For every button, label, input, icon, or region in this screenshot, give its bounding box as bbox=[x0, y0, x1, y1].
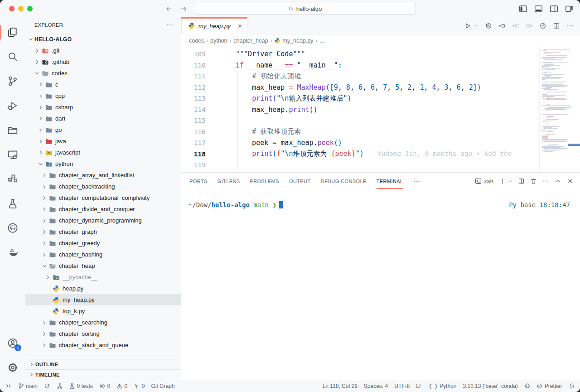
code-line-112[interactable]: 112 max_heap = MaxHeap([9, 8, 6, 6, 7, 5… bbox=[181, 82, 539, 93]
code-line-115[interactable]: 115 bbox=[181, 115, 539, 126]
code-line-117[interactable]: 117 peek = max_heap.peek() bbox=[181, 137, 539, 149]
gitlens-blame-button[interactable] bbox=[539, 22, 546, 29]
tree-item-python[interactable]: python bbox=[25, 158, 181, 169]
tree-item-cpp[interactable]: cpp bbox=[25, 90, 181, 102]
go-back-button[interactable] bbox=[165, 5, 173, 13]
chevron-right-icon[interactable] bbox=[44, 274, 52, 281]
panel-tab-problems[interactable]: PROBLEMS bbox=[250, 174, 279, 189]
breadcrumb-item[interactable]: ... bbox=[319, 38, 324, 44]
more-actions-button[interactable] bbox=[566, 22, 574, 29]
tree-item-.git[interactable]: .git bbox=[25, 45, 181, 56]
tree-item-my_heap.py[interactable]: my_heap.py bbox=[25, 294, 181, 305]
more-button[interactable] bbox=[542, 178, 549, 184]
chevron-right-icon[interactable] bbox=[41, 172, 48, 179]
activity-item-project-manager[interactable] bbox=[0, 118, 25, 142]
chevron-right-icon[interactable] bbox=[34, 59, 41, 65]
open-changes-button[interactable] bbox=[498, 22, 506, 29]
chevron-right-icon[interactable] bbox=[37, 93, 44, 99]
code-line-116[interactable]: 116 # 获取堆顶元素 bbox=[181, 126, 539, 138]
minimize-window-button[interactable] bbox=[18, 6, 24, 11]
chevron-down-icon[interactable] bbox=[41, 263, 48, 269]
code-line-114[interactable]: 114 max_heap.print() bbox=[181, 104, 539, 116]
code-line-111[interactable]: 111 # 初始化大顶堆 bbox=[181, 71, 539, 82]
layout-custom-icon[interactable] bbox=[565, 5, 574, 13]
chevron-right-icon[interactable] bbox=[41, 229, 48, 235]
tree-item-__pycache__[interactable]: __pycache__ bbox=[25, 271, 181, 283]
close-window-button[interactable] bbox=[9, 6, 14, 11]
chevron-right-icon[interactable] bbox=[41, 240, 48, 247]
split-editor-button[interactable] bbox=[553, 22, 560, 29]
layout-bottom-icon[interactable] bbox=[534, 5, 543, 13]
sidebar-more-actions[interactable] bbox=[166, 21, 174, 29]
tree-item-chapter_greedy[interactable]: chapter_greedy bbox=[25, 237, 181, 249]
tree-item-chapter_hashing[interactable]: chapter_hashing bbox=[25, 249, 181, 260]
panel-tab-debug-console[interactable]: DEBUG CONSOLE bbox=[321, 174, 367, 189]
panel-tab-output[interactable]: OUTPUT bbox=[289, 174, 311, 189]
breadcrumb-item[interactable]: codes bbox=[189, 38, 204, 44]
panel-tab-terminal[interactable]: TERMINAL bbox=[377, 174, 403, 189]
code-line-110[interactable]: 110if __name__ == "__main__": bbox=[181, 60, 539, 71]
previous-change-button[interactable] bbox=[512, 22, 519, 29]
terminal-view[interactable]: ~/Dow/hello-algo main ❯ Py base 18:18:47 bbox=[181, 189, 580, 380]
code-editor[interactable]: 109"""Driver Code"""110if __name__ == "_… bbox=[181, 47, 580, 172]
layout-left-icon[interactable] bbox=[519, 5, 527, 13]
panel-tab-gitlens[interactable]: GITLENS bbox=[218, 174, 240, 189]
status-warnings[interactable]: 0 bbox=[116, 383, 127, 389]
status-ports[interactable]: 0 bbox=[134, 383, 145, 389]
tree-item-chapter_backtracking[interactable]: chapter_backtracking bbox=[25, 181, 181, 192]
run-dropdown-button[interactable] bbox=[478, 24, 478, 28]
breadcrumb-item[interactable]: my_heap.py bbox=[274, 38, 313, 44]
go-forward-button[interactable] bbox=[180, 5, 188, 13]
panel-more-tabs[interactable] bbox=[413, 178, 420, 185]
status-git-graph[interactable]: Git Graph bbox=[151, 383, 174, 389]
launch-profile-dropdown-button[interactable] bbox=[511, 179, 512, 184]
chevron-right-icon[interactable] bbox=[41, 195, 48, 201]
tree-item-hello-algo[interactable]: HELLO-ALGO bbox=[25, 34, 181, 45]
command-center-search[interactable]: hello-algo bbox=[194, 3, 416, 15]
outline-section[interactable]: OUTLINE bbox=[25, 359, 181, 369]
chevron-right-icon[interactable] bbox=[37, 150, 44, 156]
activity-item-search[interactable] bbox=[0, 44, 25, 69]
status-python-interpreter[interactable]: 3.10.13 ('base': conda) bbox=[463, 383, 517, 389]
status-encoding[interactable]: UTF-8 bbox=[394, 383, 410, 389]
chevron-right-icon[interactable] bbox=[37, 82, 44, 88]
chevron-down-icon[interactable] bbox=[27, 36, 34, 43]
tree-item-chapter_array_and_linkedlist[interactable]: chapter_array_and_linkedlist bbox=[25, 169, 181, 181]
activity-item-extensions[interactable] bbox=[0, 167, 25, 191]
panel-tab-ports[interactable]: PORTS bbox=[189, 174, 208, 189]
tree-item-chapter_sorting[interactable]: chapter_sorting bbox=[25, 328, 181, 339]
tree-item-chapter_divide_and_conquer[interactable]: chapter_divide_and_conquer bbox=[25, 203, 181, 215]
status-git-fork[interactable] bbox=[57, 383, 63, 389]
chevron-right-icon[interactable] bbox=[41, 342, 48, 348]
tree-item-codes[interactable]: codes bbox=[25, 68, 181, 79]
run-button[interactable] bbox=[464, 22, 471, 29]
terminal-profile[interactable]: zsh bbox=[475, 178, 493, 184]
status-copilot[interactable] bbox=[524, 383, 531, 389]
activity-item-docker[interactable] bbox=[0, 240, 25, 265]
activity-item-settings[interactable] bbox=[0, 355, 25, 380]
chevron-right-icon[interactable] bbox=[37, 104, 44, 111]
tree-item-java[interactable]: java bbox=[25, 136, 181, 147]
maximize-panel-button[interactable] bbox=[555, 178, 561, 184]
code-line-118[interactable]: 118 print(f"\n堆顶元素为 {peek}")Yudong Jin, … bbox=[181, 149, 539, 160]
chevron-down-icon[interactable] bbox=[34, 70, 41, 77]
status-eol[interactable]: LF bbox=[416, 383, 422, 389]
chevron-right-icon[interactable] bbox=[41, 218, 48, 224]
close-tab-icon[interactable] bbox=[237, 24, 242, 29]
split-terminal-button[interactable] bbox=[518, 178, 525, 184]
timeline-section[interactable]: TIMELINE bbox=[25, 369, 181, 380]
activity-item-remote-explorer[interactable] bbox=[0, 142, 25, 167]
status-sync[interactable] bbox=[44, 383, 50, 389]
activity-item-accounts[interactable]: 1 bbox=[0, 331, 25, 355]
activity-item-run-and-debug[interactable] bbox=[0, 93, 25, 118]
activity-item-testing[interactable] bbox=[0, 191, 25, 216]
status-language-mode[interactable]: { }Python bbox=[429, 383, 456, 389]
status-notifications[interactable] bbox=[569, 383, 575, 389]
tree-item-chapter_stack_and_queue[interactable]: chapter_stack_and_queue bbox=[25, 339, 181, 351]
chevron-right-icon[interactable] bbox=[37, 127, 44, 133]
tree-item-go[interactable]: go bbox=[25, 124, 181, 136]
close-panel-button[interactable] bbox=[567, 178, 574, 184]
chevron-right-icon[interactable] bbox=[41, 206, 48, 213]
breadcrumb-item[interactable]: python bbox=[210, 38, 227, 44]
layout-right-icon[interactable] bbox=[550, 5, 558, 13]
